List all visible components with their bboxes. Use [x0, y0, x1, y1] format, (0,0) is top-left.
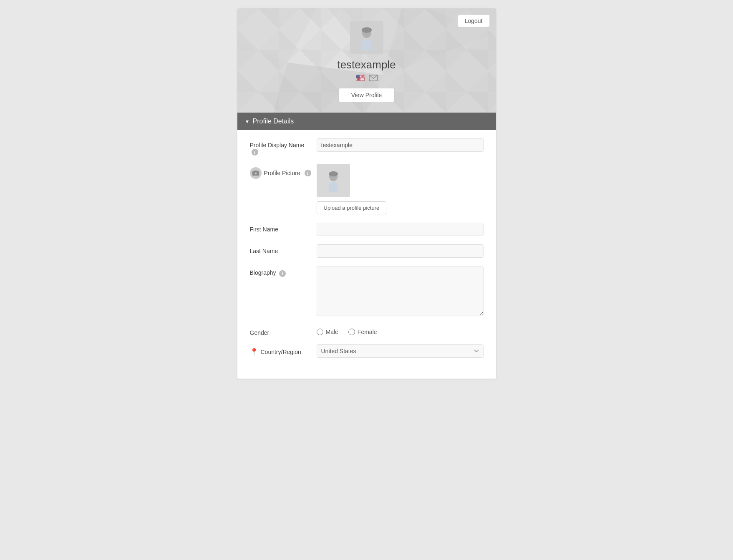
gender-male-option[interactable]: Male [317, 329, 338, 335]
pin-icon: 📍 [250, 348, 258, 356]
biography-textarea[interactable] [317, 266, 484, 316]
display-name-label: Profile Display Name [250, 142, 305, 148]
flag-icon: 🇺🇸 [355, 75, 365, 81]
gender-male-label: Male [326, 329, 338, 335]
biography-info-icon[interactable]: i [279, 270, 286, 277]
page-container: Logout testexample 🇺🇸 [237, 8, 496, 379]
upload-picture-button[interactable]: Upload a profile picture [317, 201, 387, 214]
gender-options: Male Female [317, 326, 484, 335]
first-name-label-col: First Name [250, 223, 317, 233]
country-select[interactable]: United States Canada United Kingdom Aust… [317, 344, 484, 358]
biography-row: Biography i [250, 266, 484, 318]
last-name-label-col: Last Name [250, 244, 317, 254]
profile-picture-content: Upload a profile picture [317, 164, 484, 214]
country-row-label: 📍 Country/Region [250, 348, 317, 356]
gender-control: Male Female [317, 326, 484, 335]
first-name-row: First Name [250, 223, 484, 236]
last-name-row: Last Name [250, 244, 484, 258]
camera-icon-wrapper: Profile Picture i [250, 167, 317, 179]
last-name-control [317, 244, 484, 258]
profile-picture-row: Profile Picture i Upload [250, 164, 484, 214]
gender-female-radio[interactable] [348, 329, 355, 335]
last-name-label: Last Name [250, 248, 278, 254]
display-name-control [317, 138, 484, 152]
gender-female-option[interactable]: Female [348, 329, 377, 335]
display-name-label-col: Profile Display Name i [250, 138, 317, 156]
gender-row: Gender Male Female [250, 326, 484, 336]
section-header[interactable]: ▾ Profile Details [237, 113, 496, 130]
gender-label-col: Gender [250, 326, 317, 336]
camera-svg [252, 170, 259, 176]
first-name-label: First Name [250, 226, 278, 233]
profile-picture-label: Profile Picture [264, 170, 300, 176]
mail-icon [369, 75, 378, 81]
first-name-input[interactable] [317, 223, 484, 236]
camera-icon [250, 167, 262, 179]
avatar-person-svg [354, 25, 379, 50]
profile-picture-label-col: Profile Picture i [250, 164, 317, 179]
biography-control [317, 266, 484, 318]
logout-button[interactable]: Logout [458, 15, 490, 27]
display-name-info-icon[interactable]: i [252, 149, 258, 156]
gender-male-radio[interactable] [317, 329, 323, 335]
last-name-input[interactable] [317, 244, 484, 258]
chevron-down-icon: ▾ [246, 118, 249, 125]
display-name-row: Profile Display Name i [250, 138, 484, 156]
svg-point-10 [363, 39, 370, 43]
display-name-input[interactable] [317, 138, 484, 152]
username-display: testexample [337, 58, 395, 71]
country-row: 📍 Country/Region United States Canada Un… [250, 344, 484, 358]
gender-label: Gender [250, 329, 270, 336]
first-name-control [317, 223, 484, 236]
profile-thumb-svg [323, 169, 344, 192]
country-label: Country/Region [261, 349, 301, 355]
avatar-container [350, 21, 383, 54]
profile-picture-control: Upload a profile picture [317, 164, 484, 214]
form-area: Profile Display Name i Profile Pi [237, 130, 496, 379]
user-icons-row: 🇺🇸 [355, 75, 378, 81]
country-control: United States Canada United Kingdom Aust… [317, 344, 484, 358]
biography-label-col: Biography i [250, 266, 317, 276]
profile-thumb [317, 164, 350, 197]
svg-point-12 [254, 173, 257, 175]
profile-picture-info-icon[interactable]: i [305, 170, 311, 176]
profile-hero: Logout testexample 🇺🇸 [237, 8, 496, 113]
section-title: Profile Details [253, 118, 294, 125]
view-profile-button[interactable]: View Profile [338, 88, 395, 102]
gender-female-label: Female [358, 329, 377, 335]
svg-point-16 [330, 182, 337, 185]
email-icon-svg [369, 75, 378, 81]
avatar [350, 21, 383, 54]
biography-label: Biography [250, 269, 276, 276]
country-label-col: 📍 Country/Region [250, 344, 317, 356]
